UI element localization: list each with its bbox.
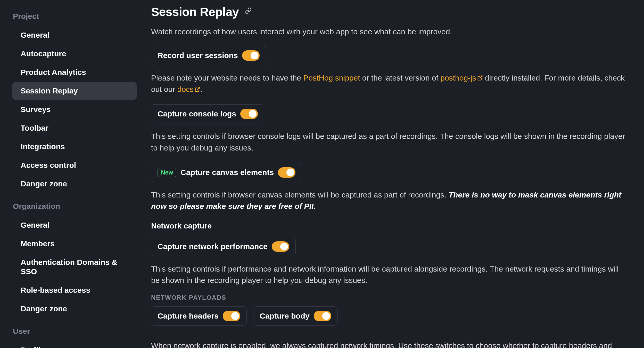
payloads-description: When network capture is enabled, we alwa… [151, 340, 629, 348]
main-content: Session Replay Watch recordings of how u… [144, 0, 644, 348]
sidebar-item-danger-zone[interactable]: Danger zone [12, 300, 137, 318]
sidebar-section-organization: Organization [13, 202, 137, 211]
network-perf-label: Capture network performance [158, 242, 268, 251]
canvas-card: New Capture canvas elements [151, 163, 302, 182]
posthog-snippet-link[interactable]: PostHog snippet [303, 74, 360, 82]
canvas-description: This setting controls if browser canvas … [151, 189, 629, 212]
link-icon[interactable] [245, 7, 252, 16]
capture-body-toggle[interactable] [314, 311, 331, 321]
sidebar-section-project: Project [13, 12, 137, 21]
sidebar-item-danger-zone[interactable]: Danger zone [12, 175, 137, 193]
page-subtitle: Watch recordings of how users interact w… [151, 27, 629, 37]
sidebar-item-integrations[interactable]: Integrations [12, 138, 137, 155]
canvas-label: Capture canvas elements [180, 168, 274, 177]
console-logs-label: Capture console logs [158, 109, 236, 118]
network-perf-toggle[interactable] [272, 241, 289, 252]
capture-headers-toggle[interactable] [223, 311, 240, 321]
snippet-note: Please note your website needs to have t… [151, 72, 629, 95]
page-title: Session Replay [151, 5, 239, 19]
settings-sidebar: Project GeneralAutocaptureProduct Analyt… [0, 0, 144, 348]
console-logs-card: Capture console logs [151, 104, 264, 123]
record-sessions-card: Record user sessions [151, 46, 266, 65]
sidebar-item-surveys[interactable]: Surveys [12, 101, 137, 118]
docs-link[interactable]: docs [177, 85, 200, 93]
svg-line-0 [480, 76, 482, 78]
sidebar-item-product-analytics[interactable]: Product Analytics [12, 64, 137, 81]
svg-line-1 [197, 87, 200, 90]
record-sessions-label: Record user sessions [158, 51, 238, 60]
sidebar-item-session-replay[interactable]: Session Replay [12, 82, 137, 100]
console-logs-description: This setting controls if browser console… [151, 131, 629, 154]
capture-headers-label: Capture headers [158, 312, 219, 320]
sidebar-item-autocapture[interactable]: Autocapture [12, 45, 137, 62]
record-sessions-toggle[interactable] [242, 50, 260, 61]
capture-body-card: Capture body [253, 306, 337, 326]
external-link-icon [477, 75, 483, 81]
capture-headers-card: Capture headers [151, 306, 247, 326]
sidebar-item-toolbar[interactable]: Toolbar [12, 119, 137, 137]
external-link-icon [195, 86, 200, 92]
sidebar-item-members[interactable]: Members [12, 235, 137, 252]
network-perf-card: Capture network performance [151, 237, 296, 256]
sidebar-section-user: User [13, 327, 137, 336]
network-capture-heading: Network capture [151, 222, 629, 230]
sidebar-item-role-based-access[interactable]: Role-based access [12, 281, 137, 299]
sidebar-item-profile[interactable]: Profile [12, 341, 137, 348]
capture-body-label: Capture body [260, 312, 309, 320]
sidebar-item-access-control[interactable]: Access control [12, 156, 137, 174]
sidebar-item-general[interactable]: General [12, 216, 137, 234]
canvas-toggle[interactable] [278, 167, 295, 178]
console-logs-toggle[interactable] [240, 109, 258, 119]
new-badge: New [158, 168, 176, 177]
sidebar-item-general[interactable]: General [12, 26, 137, 44]
posthog-js-link[interactable]: posthog-js [440, 74, 483, 82]
sidebar-item-authentication-domains-sso[interactable]: Authentication Domains & SSO [12, 254, 137, 280]
network-perf-description: This setting controls if performance and… [151, 263, 629, 286]
network-payloads-heading: Network Payloads [151, 294, 629, 301]
